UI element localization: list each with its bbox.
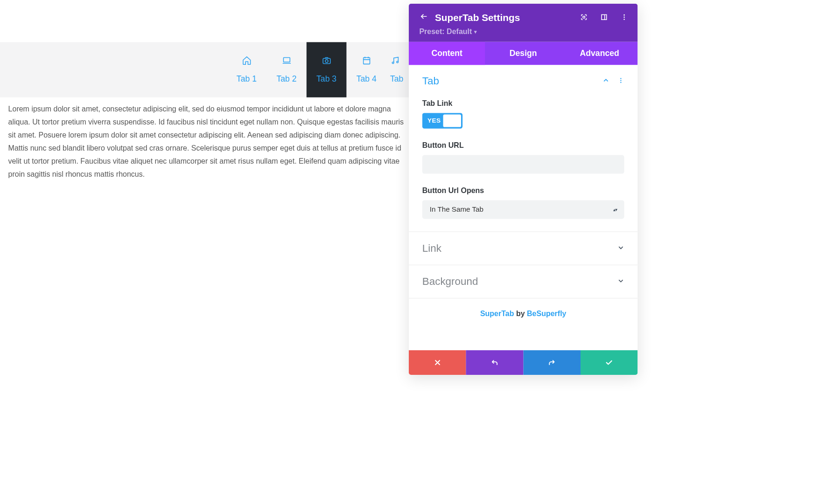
toggle-knob: [443, 115, 461, 127]
svg-point-9: [623, 16, 625, 18]
svg-point-12: [620, 80, 621, 81]
panel-actions: [409, 350, 637, 375]
tab-link-label: Tab Link: [422, 99, 624, 108]
section-title: Link: [422, 242, 441, 255]
panel-tabs: Content Design Advanced: [409, 42, 637, 65]
preset-dropdown[interactable]: Preset: Default: [419, 27, 476, 35]
tab-label: Tab 3: [316, 74, 336, 84]
tab-item-5[interactable]: Tab: [386, 42, 409, 97]
svg-point-4: [392, 62, 393, 63]
button-url-label: Button URL: [422, 141, 624, 150]
tab-item-2[interactable]: Tab 2: [266, 42, 307, 97]
panel-body[interactable]: Tab Tab Link YES Button URL Button: [409, 65, 637, 350]
settings-panel: SuperTab Settings Preset: Default Conten…: [409, 4, 637, 375]
tab-label: Tab 1: [237, 74, 257, 84]
music-icon: [390, 55, 400, 68]
author-link[interactable]: BeSuperfly: [527, 310, 566, 318]
svg-point-10: [623, 19, 625, 20]
svg-rect-0: [283, 58, 290, 62]
select-caret-icon: ▴▾: [613, 207, 617, 213]
home-icon: [242, 55, 252, 68]
tab-design[interactable]: Design: [485, 42, 561, 65]
tab-item-1[interactable]: Tab 1: [227, 42, 267, 97]
tab-label: Tab 2: [276, 74, 296, 84]
back-icon[interactable]: [419, 13, 428, 23]
expand-icon[interactable]: [580, 14, 588, 22]
camera-icon: [322, 55, 331, 68]
tab-item-3[interactable]: Tab 3: [307, 42, 347, 97]
url-opens-label: Button Url Opens: [422, 186, 624, 195]
kebab-icon[interactable]: [617, 76, 624, 86]
tab-label: Tab 4: [357, 74, 377, 84]
button-url-input[interactable]: [422, 155, 624, 174]
section-background-header[interactable]: Background: [409, 265, 637, 298]
svg-point-8: [623, 14, 625, 16]
tab-content[interactable]: Content: [409, 42, 485, 65]
section-tab-header[interactable]: Tab: [409, 65, 637, 97]
svg-rect-6: [583, 16, 585, 18]
chevron-down-icon: [617, 244, 624, 253]
svg-rect-3: [363, 58, 370, 64]
tab-link-toggle[interactable]: YES: [422, 113, 462, 129]
save-button[interactable]: [581, 350, 638, 375]
svg-point-2: [325, 60, 328, 62]
svg-point-11: [620, 78, 621, 79]
chevron-up-icon: [602, 77, 609, 86]
chevron-down-icon: [617, 277, 624, 286]
product-link[interactable]: SuperTab: [480, 310, 514, 318]
svg-point-13: [620, 82, 621, 83]
snap-icon[interactable]: [600, 14, 608, 22]
select-value: In The Same Tab: [430, 206, 483, 214]
section-link-header[interactable]: Link: [409, 232, 637, 265]
svg-rect-1: [323, 58, 330, 63]
section-title: Tab: [422, 76, 439, 88]
tab-content-text: Lorem ipsum dolor sit amet, consectetur …: [8, 103, 408, 181]
section-title: Background: [422, 276, 478, 288]
tab-label: Tab: [390, 74, 403, 84]
url-opens-select[interactable]: In The Same Tab ▴▾: [422, 200, 624, 219]
svg-point-5: [397, 61, 398, 62]
tab-item-4[interactable]: Tab 4: [346, 42, 386, 97]
supertab-bar: Tab 1 Tab 2 Tab 3 Tab 4 Tab: [0, 42, 409, 97]
laptop-icon: [282, 55, 292, 68]
calendar-icon: [362, 55, 371, 68]
undo-button[interactable]: [466, 350, 524, 375]
tab-advanced[interactable]: Advanced: [561, 42, 637, 65]
panel-title: SuperTab Settings: [435, 12, 520, 24]
panel-header: SuperTab Settings Preset: Default: [409, 4, 637, 42]
redo-button[interactable]: [523, 350, 581, 375]
footer-credit: SuperTab by BeSuperfly: [409, 298, 637, 350]
cancel-button[interactable]: [409, 350, 466, 375]
kebab-icon[interactable]: [621, 14, 628, 22]
svg-rect-7: [602, 14, 607, 20]
section-tab-content: Tab Link YES Button URL Button Url Opens…: [409, 99, 637, 232]
